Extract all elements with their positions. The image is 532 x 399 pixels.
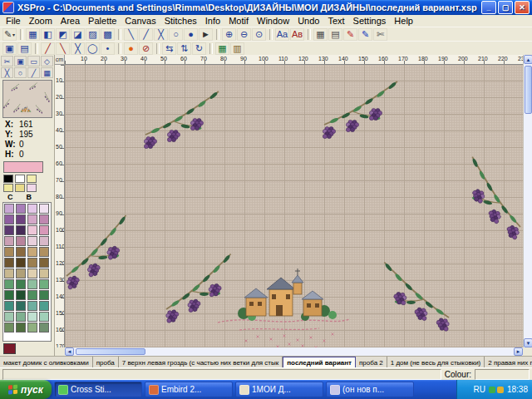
menu-item-stitches[interactable]: Stitches	[160, 15, 201, 27]
selected-color-swatch[interactable]	[3, 161, 43, 173]
palette-color-swatch[interactable]	[39, 247, 49, 257]
taskbar-task-0[interactable]: Cross Sti...	[54, 382, 142, 397]
bead-icon[interactable]: ●	[184, 28, 198, 41]
long-stitch-icon[interactable]: ╳	[154, 28, 168, 41]
full-stitch-icon[interactable]: ▦	[26, 28, 40, 41]
palette-color-swatch[interactable]	[39, 236, 49, 246]
palette-color-swatch[interactable]	[39, 312, 49, 322]
flip-vertical-icon[interactable]: ⇅	[177, 42, 191, 55]
vertical-scrollbar[interactable]: ▲ ▼	[523, 55, 532, 347]
menu-item-help[interactable]: Help	[390, 15, 417, 27]
scissors-icon[interactable]: ✂	[1, 56, 13, 66]
quick-color-swatch[interactable]	[15, 175, 25, 183]
palette-color-swatch[interactable]	[4, 323, 14, 332]
palette-color-swatch[interactable]	[39, 290, 49, 300]
palette-color-swatch[interactable]	[39, 204, 49, 214]
palette-color-swatch[interactable]	[39, 323, 49, 332]
palette-color-swatch[interactable]	[4, 214, 14, 224]
tray-icon[interactable]	[497, 387, 504, 393]
taskbar-task-1[interactable]: Embird 2...	[145, 382, 233, 397]
select-arrow-icon[interactable]: ►	[199, 28, 213, 41]
palette-color-swatch[interactable]	[16, 236, 26, 246]
backstitch-right-icon[interactable]: ╱	[139, 28, 153, 41]
horizontal-scroll-thumb[interactable]	[76, 348, 145, 355]
backstitch-left-icon[interactable]: ╲	[124, 28, 138, 41]
palette-color-swatch[interactable]	[16, 204, 26, 214]
quick-color-swatch[interactable]	[3, 175, 13, 183]
menu-item-text[interactable]: Text	[323, 15, 348, 27]
quick-color-swatch[interactable]	[27, 184, 37, 192]
palette-color-swatch[interactable]	[4, 279, 14, 289]
quarter-stitch-icon[interactable]: ◩	[56, 28, 70, 41]
cut-icon[interactable]: ✄	[373, 28, 387, 41]
palette-color-swatch[interactable]	[27, 225, 37, 235]
grid-tool-icon[interactable]: ▦	[41, 67, 53, 78]
palette-color-swatch[interactable]	[27, 236, 37, 246]
grid-strong-icon[interactable]: ▦	[215, 42, 229, 55]
palette-color-swatch[interactable]	[16, 323, 26, 332]
menu-item-motif[interactable]: Motif	[224, 15, 253, 27]
clock[interactable]: 18:38	[507, 385, 528, 394]
pattern-tab-1[interactable]: проба	[93, 357, 119, 368]
pattern-tab-0[interactable]: макет домик с оливковками	[0, 357, 93, 368]
palette-color-swatch[interactable]	[39, 214, 49, 224]
palette-color-swatch[interactable]	[39, 225, 49, 235]
pattern-tab-4[interactable]: проба 2	[356, 357, 387, 368]
menu-item-zoom[interactable]: Zoom	[25, 15, 57, 27]
palette-color-swatch[interactable]	[27, 290, 37, 300]
rect-select-icon[interactable]: ▭	[27, 56, 40, 66]
palette-color-swatch[interactable]	[27, 279, 37, 289]
cross-tool-icon[interactable]: ╳	[1, 67, 13, 78]
menu-item-info[interactable]: Info	[201, 15, 224, 27]
taskbar-task-3[interactable]: (он нов п...	[326, 382, 414, 397]
menu-item-settings[interactable]: Settings	[349, 15, 391, 27]
quick-color-swatch[interactable]	[27, 175, 37, 183]
palette-color-swatch[interactable]	[27, 258, 37, 268]
palette-color-swatch[interactable]	[16, 312, 26, 322]
add-color-button[interactable]	[3, 343, 16, 354]
palette-color-swatch[interactable]	[27, 323, 37, 332]
zoom-in-icon[interactable]: ⊕	[222, 28, 236, 41]
palette-color-swatch[interactable]	[27, 247, 37, 257]
pencil-tool-icon[interactable]: ✎▾	[2, 28, 17, 41]
pen-red-icon[interactable]: ✎	[343, 28, 357, 41]
zoom-out-icon[interactable]: ⊖	[237, 28, 251, 41]
menu-item-undo[interactable]: Undo	[293, 15, 323, 27]
palette-color-swatch[interactable]	[4, 204, 14, 214]
title-bar[interactable]: XSPro - C:\Documents and Settings\Rimma\…	[0, 0, 532, 15]
pattern-tab-2[interactable]: 7 верхн левая гроздь (с частью них ветки…	[119, 357, 283, 368]
cross-icon[interactable]: ╳	[71, 42, 85, 55]
palette-color-swatch[interactable]	[16, 258, 26, 268]
diagonal-nw-icon[interactable]: ╲	[56, 42, 70, 55]
palette-color-swatch[interactable]	[4, 312, 14, 322]
menu-item-palette[interactable]: Palette	[84, 15, 121, 27]
copy-icon[interactable]: ▣	[14, 56, 27, 66]
flip-horizontal-icon[interactable]: ⇆	[162, 42, 176, 55]
half-stitch-icon[interactable]: ◧	[41, 28, 55, 41]
grid-view-icon[interactable]: ▦	[313, 28, 328, 41]
menu-item-window[interactable]: Window	[253, 15, 293, 27]
palette-color-swatch[interactable]	[27, 301, 37, 311]
maximize-button[interactable]: ▢	[498, 1, 513, 14]
minimize-button[interactable]: _	[481, 1, 496, 14]
palette-color-swatch[interactable]	[16, 290, 26, 300]
rotate-icon[interactable]: ↻	[192, 42, 206, 55]
horizontal-scrollbar[interactable]: ◄ ►	[65, 347, 523, 356]
french-knot-icon[interactable]: ○	[169, 28, 183, 41]
text-aa-icon[interactable]: Aa	[275, 28, 289, 41]
grid-light-icon[interactable]: ▥	[230, 42, 244, 55]
palette-color-swatch[interactable]	[39, 279, 49, 289]
diamond-tool-icon[interactable]: ◇	[41, 56, 53, 66]
color-wheel-icon[interactable]: ●	[124, 42, 138, 55]
palette-color-swatch[interactable]	[16, 225, 26, 235]
palette-color-swatch[interactable]	[27, 214, 37, 224]
quick-color-swatch[interactable]	[15, 184, 25, 192]
close-button[interactable]: ✕	[515, 1, 530, 14]
new-pattern-icon[interactable]: ▣	[2, 42, 17, 55]
palette-color-swatch[interactable]	[39, 268, 49, 278]
palette-color-swatch[interactable]	[4, 301, 14, 311]
scroll-up-icon[interactable]: ▲	[524, 55, 532, 64]
palette-color-swatch[interactable]	[27, 312, 37, 322]
palette-color-swatch[interactable]	[27, 268, 37, 278]
scroll-right-icon[interactable]: ►	[514, 347, 523, 356]
